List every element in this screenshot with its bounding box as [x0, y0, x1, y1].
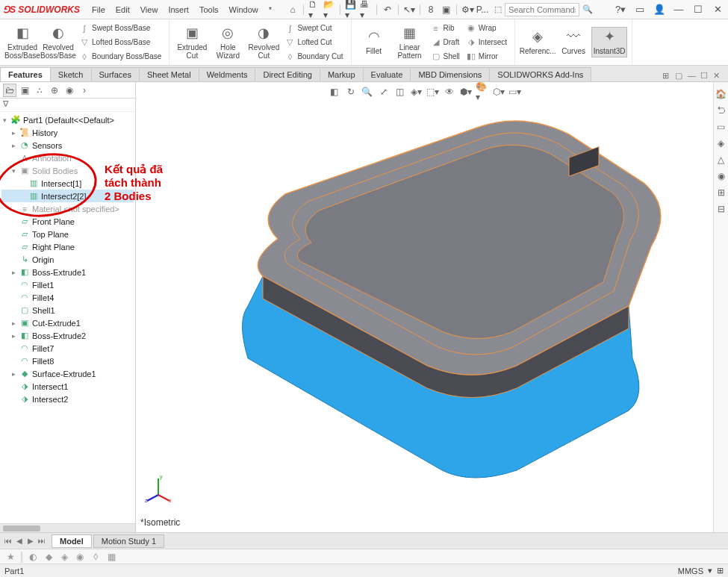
tab-features[interactable]: Features	[0, 67, 51, 81]
select-icon[interactable]: ↖▾	[403, 4, 415, 16]
tree-item[interactable]: ▸📜History	[1, 126, 134, 139]
bt-icon-1[interactable]: ◐	[27, 551, 39, 563]
tree-item[interactable]: ◠Fillet4	[1, 291, 134, 304]
feature-tree-tab-icon[interactable]: 🗁	[3, 84, 16, 97]
print-icon[interactable]: 🖶▾	[360, 4, 372, 16]
hole-wizard-button[interactable]: ◎Hole Wizard	[210, 22, 246, 63]
tab-last-icon[interactable]: ⏭	[37, 536, 47, 546]
boundary-boss-button[interactable]: ◊Boundary Boss/Base	[79, 50, 161, 63]
tab-mbd[interactable]: MBD Dimensions	[410, 67, 490, 81]
tree-item[interactable]: ⬗Intersect2	[1, 393, 134, 405]
tree-item[interactable]: ▥Intersect2[2]	[1, 190, 134, 202]
tree-item[interactable]: ◠Fillet1	[1, 278, 134, 291]
search-icon[interactable]: 🔍	[582, 4, 593, 14]
menu-insert[interactable]: Insert	[164, 4, 193, 16]
tree-item[interactable]: ▸◧Boss-Extrude2	[1, 329, 134, 342]
wrap-button[interactable]: ◉Wrap	[466, 22, 507, 35]
rib-button[interactable]: ≡Rib	[431, 22, 460, 35]
eight-icon[interactable]: 8	[425, 4, 437, 16]
taskpane-arrow-icon[interactable]: ⮌	[715, 105, 727, 116]
taskpane-collapse-icon[interactable]: ⊟	[715, 203, 727, 215]
intersect-button[interactable]: ⬗Intersect	[466, 36, 507, 49]
notification-icon[interactable]: ▭	[632, 2, 647, 17]
extruded-boss-button[interactable]: ◧Extruded Boss/Base	[4, 22, 40, 63]
menu-edit[interactable]: Edit	[111, 4, 134, 16]
tree-root[interactable]: ▾🧩Part1 (Default<<Default>	[1, 113, 134, 126]
tile-icon[interactable]: ▢	[675, 71, 685, 81]
search-toggle-icon[interactable]: ⬚	[494, 4, 502, 14]
home-icon[interactable]: ⌂	[287, 4, 299, 16]
menu-tools[interactable]: Tools	[195, 4, 223, 16]
tab-direct-editing[interactable]: Direct Editing	[255, 67, 320, 81]
tab-sketch[interactable]: Sketch	[50, 67, 92, 81]
tab-prev-icon[interactable]: ◀	[14, 536, 25, 546]
revolved-cut-button[interactable]: ◑Revolved Cut	[246, 22, 281, 63]
tree-item[interactable]: ◠Fillet8	[1, 355, 134, 367]
tree-item[interactable]: ▱Top Plane	[1, 228, 134, 240]
tab-sheet-metal[interactable]: Sheet Metal	[139, 67, 199, 81]
mirror-button[interactable]: ▮▯Mirror	[466, 50, 507, 63]
tab-evaluate[interactable]: Evaluate	[363, 67, 411, 81]
shell-button[interactable]: ▢Shell	[431, 50, 460, 63]
minimize-icon[interactable]: —	[671, 2, 686, 17]
tree-item[interactable]: ▱Front Plane	[1, 215, 134, 228]
panel-scrollbar[interactable]	[0, 523, 135, 532]
instant3d-button[interactable]: ✦Instant3D	[591, 27, 627, 57]
taskpane-home-icon[interactable]: 🏠	[715, 88, 727, 100]
tree-item[interactable]: ▱Right Plane	[1, 240, 134, 253]
swept-cut-button[interactable]: ∫Swept Cut	[284, 22, 343, 35]
property-tab-icon[interactable]: ▣	[18, 84, 31, 97]
tree-item[interactable]: ▸◔Sensors	[1, 139, 134, 152]
user-icon[interactable]: 👤	[652, 2, 667, 17]
options-icon[interactable]: ⚙▾	[461, 4, 473, 16]
bt-icon-3[interactable]: ◈	[58, 551, 70, 563]
status-units[interactable]: MMGS	[678, 567, 703, 576]
menu-view[interactable]: View	[136, 4, 163, 16]
menu-window[interactable]: Window	[225, 4, 263, 16]
lofted-boss-button[interactable]: ▽Lofted Boss/Base	[79, 36, 161, 49]
config-tab-icon[interactable]: ⛬	[33, 84, 46, 97]
tab-weldments[interactable]: Weldments	[199, 67, 256, 81]
tree-item[interactable]: ▥Intersect[1]	[1, 177, 134, 190]
tab-surfaces[interactable]: Surfaces	[91, 67, 140, 81]
tree-item[interactable]: ▸▣Cut-Extrude1	[1, 316, 134, 329]
motion-study-tab[interactable]: Motion Study 1	[93, 534, 164, 548]
revolved-boss-button[interactable]: ◐Revolved Boss/Base	[40, 22, 76, 63]
tree-item[interactable]: ▾▣Solid Bodies	[1, 164, 134, 177]
open-icon[interactable]: 📂▾	[323, 4, 335, 16]
swept-boss-button[interactable]: ∫Swept Boss/Base	[79, 22, 161, 35]
lofted-cut-button[interactable]: ▽Lofted Cut	[284, 36, 343, 49]
tree-item[interactable]: ≡Material <not specified>	[1, 202, 134, 215]
doc-minimize-icon[interactable]: —	[688, 71, 698, 81]
fillet-button[interactable]: ◠Fillet	[356, 22, 392, 63]
doc-close-icon[interactable]: ✕	[713, 71, 724, 81]
taskpane-forum-icon[interactable]: ◉	[715, 170, 727, 182]
rebuild-icon[interactable]: ▣	[440, 4, 452, 16]
p-icon[interactable]: P...	[476, 4, 488, 16]
bt-icon-6[interactable]: ▦	[105, 551, 117, 563]
model-tab[interactable]: Model	[52, 534, 92, 548]
taskpane-custom-icon[interactable]: △	[715, 154, 727, 166]
tree-item[interactable]: ⬗Intersect1	[1, 380, 134, 393]
taskpane-design-icon[interactable]: ▭	[715, 121, 727, 133]
doc-maximize-icon[interactable]: ☐	[700, 71, 711, 81]
status-expand-icon[interactable]: ⊞	[717, 566, 724, 576]
help-icon[interactable]: ?▾	[613, 2, 628, 17]
menu-more[interactable]: *	[264, 4, 276, 16]
linear-pattern-button[interactable]: ▦Linear Pattern	[392, 22, 428, 63]
bt-icon-2[interactable]: ◆	[43, 551, 55, 563]
curves-button[interactable]: 〰Curves	[556, 27, 591, 57]
tab-markup[interactable]: Markup	[320, 67, 364, 81]
search-input[interactable]	[505, 3, 579, 16]
star-icon[interactable]: ★	[4, 551, 16, 563]
tree-filter[interactable]: ∇	[0, 99, 135, 112]
draft-button[interactable]: ◢Draft	[431, 36, 460, 49]
tree-item[interactable]: AAnnotation	[1, 152, 134, 164]
status-units-dropdown-icon[interactable]: ▾	[708, 566, 712, 576]
reference-button[interactable]: ◈Referenc...	[520, 27, 556, 57]
tab-first-icon[interactable]: ⏮	[3, 536, 13, 546]
expand-icon[interactable]: ⊞	[662, 71, 673, 81]
graphics-viewport[interactable]: ◧ ↻ 🔍 ⤢ ◫ ◈▾ ⬚▾ 👁 ⬢▾ 🎨▾ ⬡▾ ▭▾	[136, 82, 713, 532]
tree-item[interactable]: ◠Fillet7	[1, 342, 134, 355]
tab-next-icon[interactable]: ▶	[25, 536, 36, 546]
